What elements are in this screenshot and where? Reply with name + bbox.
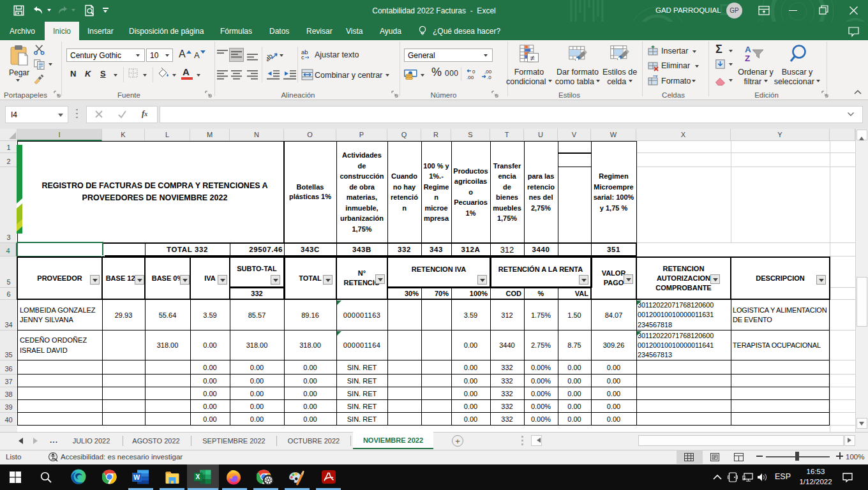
svg-text:Z: Z: [745, 54, 750, 62]
svg-text:X: X: [195, 473, 200, 480]
svg-text:W: W: [133, 473, 140, 481]
svg-text:,00: ,00: [467, 75, 474, 80]
svg-text:≠: ≠: [530, 54, 535, 63]
svg-text:ab: ab: [267, 52, 274, 61]
svg-text:,0: ,0: [487, 75, 491, 80]
svg-text:c: c: [301, 54, 304, 59]
svg-text:A: A: [745, 45, 751, 54]
